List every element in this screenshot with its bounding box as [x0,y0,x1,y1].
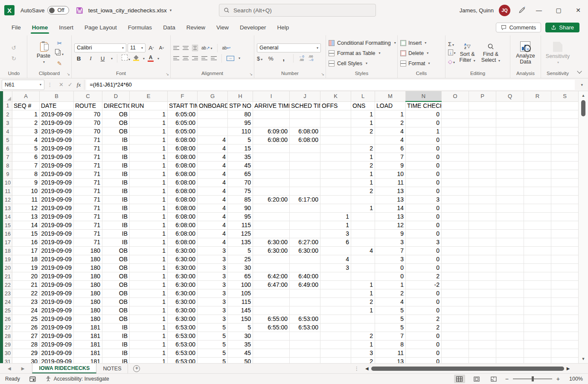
cell-M23[interactable]: 2 [375,289,406,298]
row-header-25[interactable]: 25 [3,306,12,315]
zoom-slider[interactable]: − + [505,375,560,382]
cell-S26[interactable] [551,315,579,323]
cell-L5[interactable] [351,136,375,144]
cell-N15[interactable]: 0 [406,221,442,230]
cell-N27[interactable]: 2 [406,323,442,332]
cell-F7[interactable]: 6:08:00 [168,153,198,162]
cell-C18[interactable]: 180 [74,247,102,255]
cell-N18[interactable]: 0 [406,247,442,255]
cell-H17[interactable]: 135 [228,238,253,247]
cell-O5[interactable] [442,136,469,144]
cell-K8[interactable] [320,162,351,170]
cell-J23[interactable] [290,289,320,298]
cell-J5[interactable]: 6:08:00 [290,136,320,144]
cell-I4[interactable]: 6:09:00 [253,127,290,136]
cell-G7[interactable]: 4 [198,153,228,162]
cell-M30[interactable]: 11 [375,349,406,358]
cell-C13[interactable]: 71 [74,204,102,213]
prev-sheet-icon[interactable]: ◀ [8,366,11,371]
cell-P28[interactable] [469,332,496,341]
cell-I17[interactable]: 6:30:00 [253,238,290,247]
cell-C6[interactable]: 71 [74,144,102,153]
underline-button[interactable]: U [98,54,107,63]
cell-O11[interactable] [442,187,469,196]
cell-Q24[interactable] [496,298,524,306]
cell-C19[interactable]: 180 [74,255,102,264]
cell-S7[interactable] [551,153,579,162]
cell-P31[interactable] [469,358,496,364]
cell-C25[interactable]: 180 [74,306,102,315]
row-header-30[interactable]: 30 [3,349,12,358]
cell-O23[interactable] [442,289,469,298]
cell-P13[interactable] [469,204,496,213]
cell-D4[interactable]: OB [102,127,130,136]
cell-D23[interactable]: OB [102,289,130,298]
cell-M6[interactable]: 6 [375,144,406,153]
cell-I15[interactable] [253,221,290,230]
cell-S9[interactable] [551,170,579,179]
row-header-6[interactable]: 6 [3,144,12,153]
cell-L26[interactable] [351,315,375,323]
cell-N4[interactable]: 1 [406,127,442,136]
cell-S23[interactable] [551,289,579,298]
underline-dropdown-icon[interactable]: ▾ [111,57,113,61]
accessibility-status[interactable]: Accessibility: Investigate [45,376,109,382]
cell-M21[interactable]: 0 [375,272,406,281]
fill-color-button[interactable] [133,56,139,61]
cell-M25[interactable]: 5 [375,306,406,315]
cell-F21[interactable]: 6:30:00 [168,272,198,281]
cell-O10[interactable] [442,179,469,187]
font-dialog-launcher-icon[interactable]: ↘ [166,72,169,76]
cell-B1[interactable]: DATE [40,101,74,110]
cell-C29[interactable]: 181 [74,341,102,349]
cell-B22[interactable]: 2019-09-09 [40,281,74,289]
cell-J19[interactable] [290,255,320,264]
cell-I2[interactable] [253,110,290,119]
cell-M2[interactable]: 1 [375,110,406,119]
cell-N31[interactable]: 0 [406,358,442,364]
cell-H22[interactable]: 100 [228,281,253,289]
cell-N3[interactable]: 0 [406,119,442,127]
cell-F10[interactable]: 6:08:00 [168,179,198,187]
cell-S4[interactable] [551,127,579,136]
cell-M14[interactable]: 13 [375,213,406,221]
cell-H24[interactable]: 115 [228,298,253,306]
cell-E19[interactable]: 1 [130,255,168,264]
document-title[interactable]: test_iowa_city_ridechecks.xlsx ▾ [88,7,172,14]
zoom-level[interactable]: 100% [566,376,583,382]
col-header-O[interactable]: O [442,91,469,101]
cell-G28[interactable]: 5 [198,332,228,341]
user-name[interactable]: James, Quinn [460,7,494,14]
font-color-button[interactable]: A [148,55,154,62]
cell-Q14[interactable] [496,213,524,221]
name-box[interactable]: N61 ▾ [2,80,44,90]
cell-J14[interactable] [290,213,320,221]
cell-L11[interactable]: 2 [351,187,375,196]
cell-F19[interactable]: 6:30:00 [168,255,198,264]
col-header-G[interactable]: G [198,91,228,101]
row-header-19[interactable]: 19 [3,255,12,264]
cell-P3[interactable] [469,119,496,127]
cell-B10[interactable]: 2019-09-09 [40,179,74,187]
cell-F2[interactable]: 6:05:00 [168,110,198,119]
merge-dropdown-icon[interactable]: ▾ [239,56,240,60]
cell-B16[interactable]: 2019-09-09 [40,230,74,238]
orientation-button[interactable]: ab↗▾ [201,46,212,50]
cell-R30[interactable] [524,349,551,358]
cell-C2[interactable]: 70 [74,110,102,119]
cell-P7[interactable] [469,153,496,162]
cell-B14[interactable]: 2019-09-09 [40,213,74,221]
cell-G30[interactable]: 5 [198,349,228,358]
vertical-scrollbar[interactable]: ▲ ▼ [578,91,588,363]
row-header-31[interactable]: 31 [3,358,12,364]
cell-D21[interactable]: OB [102,272,130,281]
cell-R28[interactable] [524,332,551,341]
col-header-J[interactable]: J [290,91,320,101]
cell-S6[interactable] [551,144,579,153]
cell-L18[interactable]: 4 [351,247,375,255]
zoom-knob[interactable] [532,376,534,381]
col-header-L[interactable]: L [351,91,375,101]
cell-Q1[interactable] [496,101,524,110]
cell-E7[interactable]: 1 [130,153,168,162]
cell-N9[interactable]: 0 [406,170,442,179]
